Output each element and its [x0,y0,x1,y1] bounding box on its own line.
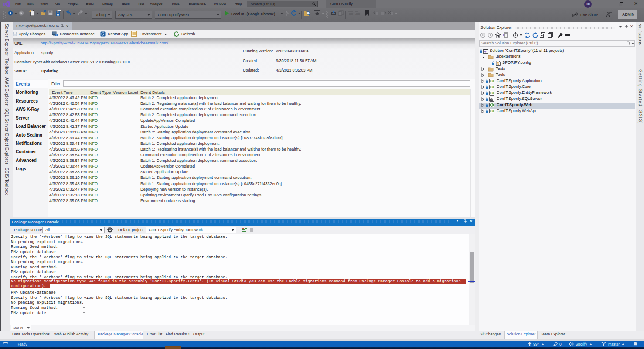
svg-text:C#: C# [490,85,494,89]
svg-text:C#: C# [490,91,494,95]
svg-text:C#: C# [490,79,494,83]
svg-text:C#: C# [490,109,494,113]
